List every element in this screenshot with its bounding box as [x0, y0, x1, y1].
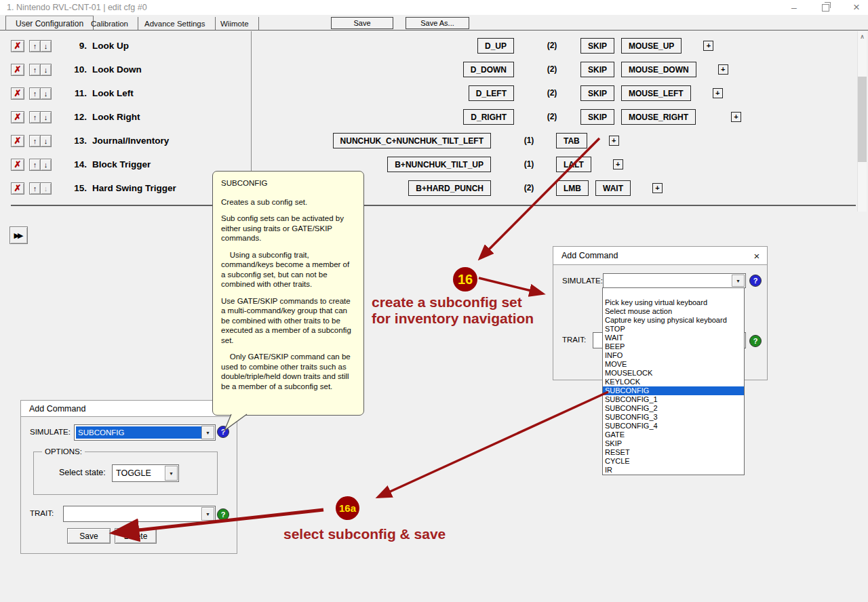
trigger-button[interactable]: D_LEFT: [469, 85, 514, 101]
dropdown-item-selected[interactable]: SUBCONFIG: [603, 386, 744, 395]
expand-rows-button[interactable]: ▶▶: [9, 226, 28, 244]
move-down-button[interactable]: ↓: [40, 159, 52, 171]
dropdown-item[interactable]: SUBCONFIG_3: [603, 413, 744, 422]
dropdown-item[interactable]: GATE: [603, 430, 744, 439]
dropdown-arrow-icon[interactable]: ▼: [201, 507, 214, 521]
move-up-button[interactable]: ↑: [29, 111, 41, 123]
simulate-combobox[interactable]: ▼: [603, 273, 746, 288]
move-down-button[interactable]: ↓: [40, 182, 52, 195]
move-down-button[interactable]: ↓: [40, 111, 52, 123]
delete-row-button[interactable]: ✗: [11, 182, 24, 195]
move-up-button[interactable]: ↑: [29, 159, 41, 171]
trait-help-icon[interactable]: ?: [749, 335, 762, 347]
vertical-scrollbar[interactable]: ∧: [857, 31, 867, 212]
move-up-button[interactable]: ↑: [29, 40, 41, 52]
trigger-button[interactable]: D_UP: [477, 38, 514, 54]
delete-row-button[interactable]: ✗: [11, 87, 24, 100]
question-glyph: ?: [753, 277, 758, 285]
move-down-button[interactable]: ↓: [40, 40, 52, 52]
dropdown-item[interactable]: SKIP: [603, 439, 744, 448]
dropdown-item[interactable]: INFO: [603, 351, 744, 360]
minimize-button[interactable]: –: [788, 1, 800, 14]
trait-combobox[interactable]: ▼: [63, 506, 216, 522]
action-button[interactable]: SKIP: [580, 38, 614, 54]
delete-row-button[interactable]: ✗: [11, 159, 24, 171]
add-action-button[interactable]: +: [731, 112, 741, 122]
dropdown-item[interactable]: SUBCONFIG_2: [603, 404, 744, 413]
dropdown-item[interactable]: BEEP: [603, 342, 744, 351]
move-down-button[interactable]: ↓: [40, 64, 52, 76]
dropdown-item[interactable]: IR: [603, 466, 744, 475]
tab-calibration[interactable]: Calibration: [81, 17, 138, 30]
save-as-button[interactable]: Save As...: [406, 17, 469, 29]
move-up-button[interactable]: ↑: [29, 182, 41, 195]
delete-row-button[interactable]: ✗: [11, 40, 24, 52]
dropdown-item[interactable]: STOP: [603, 325, 744, 334]
action-button[interactable]: LMB: [556, 180, 589, 196]
trigger-button[interactable]: D_RIGHT: [463, 109, 514, 125]
restore-button[interactable]: [819, 1, 831, 14]
action-button[interactable]: MOUSE_LEFT: [621, 85, 691, 101]
tab-user-configuration[interactable]: User Configuration: [5, 16, 94, 31]
dropdown-item[interactable]: MOVE: [603, 360, 744, 369]
dropdown-item[interactable]: SUBCONFIG_1: [603, 395, 744, 404]
action-button[interactable]: MOUSE_DOWN: [621, 62, 696, 77]
move-down-button[interactable]: ↓: [40, 87, 52, 100]
dropdown-item[interactable]: Pick key using virtual keyboard: [603, 298, 744, 307]
trait-help-icon[interactable]: ?: [217, 508, 229, 521]
trigger-button[interactable]: D_DOWN: [463, 62, 514, 77]
tab-advance-settings[interactable]: Advance Settings: [135, 17, 216, 30]
add-action-button[interactable]: +: [652, 183, 663, 193]
dropdown-item[interactable]: KEYLOCK: [603, 378, 744, 386]
move-down-button[interactable]: ↓: [40, 135, 52, 147]
add-action-button[interactable]: +: [609, 136, 619, 146]
trigger-button[interactable]: B+NUNCHUK_TILT_UP: [387, 157, 491, 172]
dropdown-arrow-icon[interactable]: ▼: [201, 426, 214, 439]
action-button[interactable]: LALT: [556, 157, 591, 172]
add-action-button[interactable]: +: [718, 64, 728, 75]
tab-label: Wiimote: [220, 20, 249, 28]
up-arrow-icon: ↑: [33, 66, 37, 74]
add-action-button[interactable]: +: [713, 88, 723, 98]
action-button[interactable]: SKIP: [580, 85, 614, 101]
simulate-help-icon[interactable]: ?: [749, 275, 762, 287]
dropdown-item[interactable]: Capture key using physical keyboard: [603, 316, 744, 325]
delete-row-button[interactable]: ✗: [11, 111, 24, 123]
dropdown-item[interactable]: SUBCONFIG_4: [603, 422, 744, 430]
dialog-close-button[interactable]: ×: [751, 249, 763, 262]
select-state-combobox[interactable]: TOGGLE ▼: [112, 464, 179, 482]
action-button[interactable]: MOUSE_UP: [621, 38, 682, 54]
move-up-button[interactable]: ↑: [29, 135, 41, 147]
save-button[interactable]: Save: [67, 528, 111, 544]
scroll-up-icon[interactable]: ∧: [858, 31, 867, 41]
save-button-toolbar[interactable]: Save: [331, 17, 393, 29]
dropdown-item[interactable]: Select mouse action: [603, 307, 744, 316]
simulate-selected-value: SUBCONFIG: [76, 426, 201, 439]
add-action-button[interactable]: +: [613, 159, 623, 169]
action-button[interactable]: WAIT: [595, 180, 631, 196]
move-up-button[interactable]: ↑: [29, 64, 41, 76]
move-up-button[interactable]: ↑: [29, 87, 41, 100]
dropdown-arrow-icon[interactable]: ▼: [732, 275, 745, 287]
trigger-button[interactable]: B+HARD_PUNCH: [408, 180, 491, 196]
action-button[interactable]: SKIP: [580, 109, 614, 125]
delete-row-button[interactable]: ✗: [11, 64, 24, 76]
add-action-button[interactable]: +: [703, 41, 713, 51]
tab-wiimote[interactable]: Wiimote: [211, 17, 259, 30]
simulate-help-icon[interactable]: ?: [217, 426, 229, 438]
delete-row-button[interactable]: ✗: [11, 135, 24, 147]
delete-button[interactable]: Delete: [115, 528, 157, 544]
close-button[interactable]: ×: [850, 1, 863, 14]
dropdown-item[interactable]: CYCLE: [603, 457, 744, 466]
scrollbar-thumb[interactable]: [858, 77, 867, 162]
action-button[interactable]: TAB: [556, 133, 587, 148]
action-button[interactable]: SKIP: [580, 62, 614, 77]
simulate-combobox[interactable]: SUBCONFIG ▼: [74, 424, 216, 441]
dropdown-item[interactable]: RESET: [603, 448, 744, 457]
action-button[interactable]: MOUSE_RIGHT: [621, 109, 696, 125]
mapping-row-12: ✗ ↑ ↓ 12. Look Right D_RIGHT (2) SKIP MO…: [0, 105, 856, 129]
dropdown-item[interactable]: WAIT: [603, 334, 744, 342]
dropdown-item[interactable]: MOUSELOCK: [603, 369, 744, 378]
trigger-button[interactable]: NUNCHUK_C+NUNCHUK_TILT_LEFT: [333, 133, 491, 148]
dropdown-arrow-icon[interactable]: ▼: [165, 466, 178, 481]
